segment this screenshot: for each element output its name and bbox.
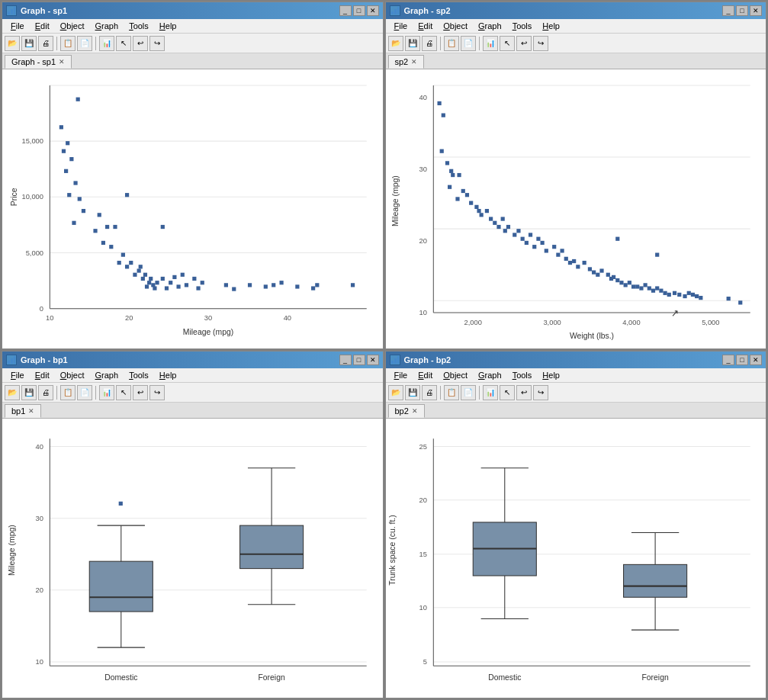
menu-tools-sp2[interactable]: Tools xyxy=(508,21,537,31)
tab-close-sp1[interactable]: ✕ xyxy=(59,58,65,66)
menu-edit-sp2[interactable]: Edit xyxy=(413,21,437,31)
maximize-btn-bp2[interactable]: □ xyxy=(736,355,748,365)
tb-open-sp1[interactable]: 📂 xyxy=(5,36,20,51)
maximize-btn-sp1[interactable]: □ xyxy=(353,5,365,16)
svg-rect-74 xyxy=(391,11,394,14)
tb-save-sp1[interactable]: 💾 xyxy=(21,36,37,51)
minimize-btn-sp1[interactable]: _ xyxy=(339,5,352,16)
tab-close-bp2[interactable]: ✕ xyxy=(412,407,418,415)
menu-object-sp2[interactable]: Object xyxy=(439,21,472,31)
svg-text:20: 20 xyxy=(419,237,426,245)
tb-paste-sp2[interactable]: 📄 xyxy=(461,36,476,51)
tb-select-bp2[interactable]: ↖ xyxy=(500,385,515,400)
tb-redo-bp1[interactable]: ↪ xyxy=(149,385,165,400)
tb-redo-sp2[interactable]: ↪ xyxy=(533,36,548,51)
tb-chart-bp2[interactable]: 📊 xyxy=(483,385,498,400)
maximize-btn-sp2[interactable]: □ xyxy=(736,5,748,16)
tb-copy-sp1[interactable]: 📋 xyxy=(60,36,76,51)
tb-open-bp1[interactable]: 📂 xyxy=(5,385,20,400)
tb-open-bp2[interactable]: 📂 xyxy=(388,385,403,400)
menu-file-bp1[interactable]: File xyxy=(6,370,29,381)
close-btn-bp2[interactable]: ✕ xyxy=(750,355,762,365)
tb-undo-bp2[interactable]: ↩ xyxy=(516,385,532,400)
menu-tools-sp1[interactable]: Tools xyxy=(124,21,153,31)
minimize-btn-bp1[interactable]: _ xyxy=(339,355,352,365)
tb-select-bp1[interactable]: ↖ xyxy=(116,385,131,400)
tb-chart-bp1[interactable]: 📊 xyxy=(99,385,114,400)
tab-sp2[interactable]: sp2 ✕ xyxy=(388,55,425,69)
menu-file-bp2[interactable]: File xyxy=(390,370,413,381)
menu-edit-bp1[interactable]: Edit xyxy=(31,370,54,381)
menu-graph-sp1[interactable]: Graph xyxy=(91,21,124,31)
menu-object-bp2[interactable]: Object xyxy=(439,370,472,381)
tb-paste-bp1[interactable]: 📄 xyxy=(77,385,92,400)
tab-close-bp1[interactable]: ✕ xyxy=(28,407,34,415)
close-btn-bp1[interactable]: ✕ xyxy=(367,355,379,365)
tb-paste-bp2[interactable]: 📄 xyxy=(461,385,476,400)
menu-tools-bp2[interactable]: Tools xyxy=(508,370,537,381)
close-btn-sp1[interactable]: ✕ xyxy=(367,5,379,16)
svg-rect-110 xyxy=(489,217,493,220)
svg-text:10: 10 xyxy=(36,658,43,666)
tb-save-sp2[interactable]: 💾 xyxy=(405,36,420,51)
menu-help-bp2[interactable]: Help xyxy=(538,370,564,381)
tb-undo-sp1[interactable]: ↩ xyxy=(133,36,148,51)
tab-bp1[interactable]: bp1 ✕ xyxy=(5,404,41,418)
tb-undo-sp2[interactable]: ↩ xyxy=(516,36,532,51)
svg-rect-36 xyxy=(109,245,113,249)
menu-object-sp1[interactable]: Object xyxy=(56,21,89,31)
svg-rect-150 xyxy=(655,286,659,290)
tb-save-bp1[interactable]: 💾 xyxy=(21,385,37,400)
tb-chart-sp2[interactable]: 📊 xyxy=(483,36,498,51)
svg-rect-132 xyxy=(582,261,586,265)
tb-print-bp2[interactable]: 🖨 xyxy=(422,385,437,400)
close-btn-sp2[interactable]: ✕ xyxy=(750,5,762,16)
menu-file-sp2[interactable]: File xyxy=(390,21,413,31)
svg-rect-35 xyxy=(113,225,117,229)
tb-print-sp2[interactable]: 🖨 xyxy=(422,36,437,51)
tb-open-sp2[interactable]: 📂 xyxy=(388,36,403,51)
tab-bp2[interactable]: bp2 ✕ xyxy=(388,404,425,418)
toolbar-sp1: 📂 💾 🖨 📋 📄 📊 ↖ ↩ ↪ xyxy=(2,34,383,53)
tb-save-bp2[interactable]: 💾 xyxy=(405,385,420,400)
tab-close-sp2[interactable]: ✕ xyxy=(411,58,417,66)
tb-print-sp1[interactable]: 🖨 xyxy=(38,36,53,51)
svg-rect-158 xyxy=(690,293,694,297)
menu-tools-bp1[interactable]: Tools xyxy=(124,370,153,381)
tb-redo-sp1[interactable]: ↪ xyxy=(149,36,165,51)
svg-rect-195 xyxy=(394,358,397,364)
tb-copy-bp2[interactable]: 📋 xyxy=(444,385,459,400)
menu-help-sp2[interactable]: Help xyxy=(538,21,564,31)
tb-undo-bp1[interactable]: ↩ xyxy=(133,385,148,400)
tb-copy-bp1[interactable]: 📋 xyxy=(60,385,76,400)
svg-rect-28 xyxy=(82,209,85,213)
svg-rect-60 xyxy=(192,277,196,281)
tb-paste-sp1[interactable]: 📄 xyxy=(77,36,92,51)
menu-object-bp1[interactable]: Object xyxy=(56,370,89,381)
menu-graph-bp1[interactable]: Graph xyxy=(91,370,124,381)
window-title-sp2: Graph - sp2 xyxy=(404,6,451,15)
svg-text:2,000: 2,000 xyxy=(464,319,481,326)
svg-rect-107 xyxy=(477,209,480,213)
maximize-btn-bp1[interactable]: □ xyxy=(353,355,365,365)
tb-select-sp1[interactable]: ↖ xyxy=(116,36,131,51)
menu-help-sp1[interactable]: Help xyxy=(155,21,182,31)
svg-rect-106 xyxy=(474,205,478,209)
menu-graph-bp2[interactable]: Graph xyxy=(474,370,506,381)
tab-sp1[interactable]: Graph - sp1 ✕ xyxy=(5,55,72,69)
tb-redo-bp2[interactable]: ↪ xyxy=(533,385,548,400)
minimize-btn-bp2[interactable]: _ xyxy=(722,355,734,365)
svg-rect-126 xyxy=(556,253,560,257)
tb-print-bp1[interactable]: 🖨 xyxy=(38,385,53,400)
tb-copy-sp2[interactable]: 📋 xyxy=(444,36,459,51)
tb-select-sp2[interactable]: ↖ xyxy=(500,36,515,51)
menu-help-bp1[interactable]: Help xyxy=(155,370,182,381)
svg-rect-136 xyxy=(599,268,603,272)
menu-edit-bp2[interactable]: Edit xyxy=(413,370,437,381)
menu-graph-sp2[interactable]: Graph xyxy=(474,21,506,31)
tb-chart-sp1[interactable]: 📊 xyxy=(99,36,114,51)
menu-edit-sp1[interactable]: Edit xyxy=(31,21,54,31)
menu-file-sp1[interactable]: File xyxy=(6,21,29,31)
svg-text:20: 20 xyxy=(125,314,133,322)
minimize-btn-sp2[interactable]: _ xyxy=(722,5,734,16)
